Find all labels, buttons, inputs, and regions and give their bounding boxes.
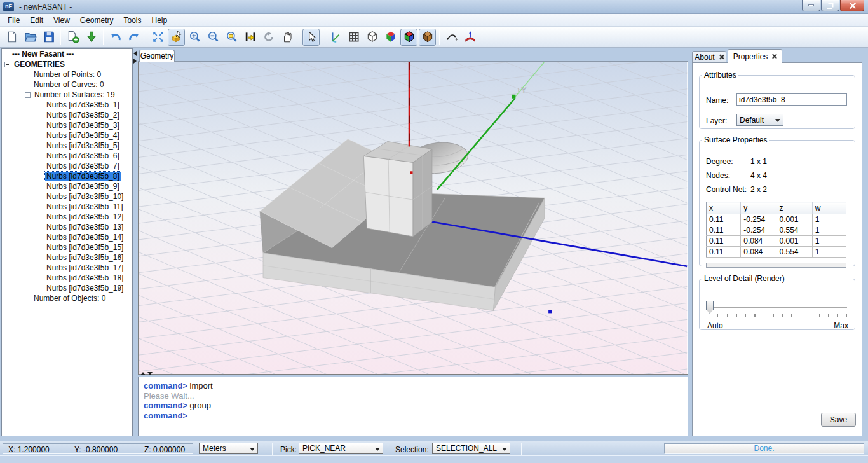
tree-item-surfaces[interactable]: Number of Surfaces: 19 [2,90,132,100]
select-pointer-icon[interactable] [302,29,320,46]
swap-views-icon[interactable] [241,29,259,46]
tree-item-points[interactable]: Number of Points: 0 [2,69,132,79]
tree-item-nurbs[interactable]: Nurbs [id7d3e3f5b_5] [2,141,132,151]
show-axes-icon[interactable] [327,29,344,46]
column-header-w[interactable]: w [812,202,846,214]
table-cell[interactable]: 1 [812,225,846,236]
command-console[interactable]: command> importPlease Wait...command> gr… [138,377,688,436]
new-geometry-icon[interactable] [64,29,81,46]
console-collapse-icon[interactable] [147,372,153,375]
close-button[interactable] [840,0,864,11]
tree-item-nurbs[interactable]: Nurbs [id7d3e3f5b_6] [2,151,132,161]
tree-item-objects[interactable]: Number of Objects: 0 [2,293,132,303]
viewport-3d[interactable]: +Y [138,62,688,375]
table-cell[interactable]: 1 [812,247,846,258]
save-file-icon[interactable] [40,29,57,46]
tree-item-nurbs[interactable]: Nurbs [id7d3e3f5b_7] [2,161,132,171]
console-expand-icon[interactable] [140,372,146,375]
tree-item-nurbs[interactable]: Nurbs [id7d3e3f5b_4] [2,130,132,141]
tree-item-nurbs[interactable]: Nurbs [id7d3e3f5b_16] [2,252,132,263]
collapse-icon[interactable] [25,92,31,98]
table-cell[interactable]: 0.001 [776,236,812,247]
table-row[interactable]: 0.110.0840.0011 [707,236,846,247]
lod-slider-handle[interactable] [706,301,714,314]
menu-view[interactable]: View [48,15,75,26]
table-cell[interactable]: -0.254 [741,225,776,236]
show-curvature-icon[interactable] [443,29,460,46]
show-normals-icon[interactable] [461,29,478,46]
tree-item-nurbs[interactable]: Nurbs [id7d3e3f5b_8] [2,171,132,181]
table-row[interactable]: 0.11-0.2540.0011 [707,214,846,225]
column-header-z[interactable]: z [776,202,812,214]
lod-slider-track[interactable] [709,307,847,308]
column-header-y[interactable]: y [741,202,776,214]
tree-item-nurbs[interactable]: Nurbs [id7d3e3f5b_3] [2,120,132,130]
menu-tools[interactable]: Tools [119,15,147,26]
new-file-icon[interactable] [3,29,20,46]
selection-dropdown[interactable]: SELECTION_ALL [432,443,510,454]
table-cell[interactable]: 0.11 [707,225,741,236]
menu-edit[interactable]: Edit [25,15,48,26]
table-cell[interactable]: 0.11 [707,236,741,247]
menu-help[interactable]: Help [147,15,173,26]
tree-item-nurbs[interactable]: Nurbs [id7d3e3f5b_14] [2,232,132,242]
layer-dropdown[interactable]: Default [736,114,783,126]
tree-item-nurbs[interactable]: Nurbs [id7d3e3f5b_13] [2,222,132,232]
splitter-expand-icon[interactable] [133,59,137,64]
tab-geometry[interactable]: Geometry [139,50,175,62]
select-object-icon[interactable] [168,29,185,46]
table-row[interactable]: 0.110.0840.5541 [707,247,846,258]
close-tab-icon[interactable] [772,54,776,59]
open-file-icon[interactable] [22,29,39,46]
import-geometry-icon[interactable] [83,29,100,46]
tree-item-nurbs[interactable]: Nurbs [id7d3e3f5b_2] [2,110,132,120]
tree-item-nurbs[interactable]: Nurbs [id7d3e3f5b_12] [2,212,132,222]
minimize-button[interactable] [802,0,820,11]
pick-dropdown[interactable]: PICK_NEAR [299,443,383,454]
tree-item-nurbs[interactable]: Nurbs [id7d3e3f5b_19] [2,283,132,293]
close-tab-icon[interactable] [719,55,724,59]
tree-item-nurbs[interactable]: Nurbs [id7d3e3f5b_11] [2,202,132,212]
tree-item-nurbs[interactable]: Nurbs [id7d3e3f5b_17] [2,263,132,273]
tree-root[interactable]: --- New Fasant --- [2,49,132,59]
menu-geometry[interactable]: Geometry [75,15,119,26]
table-cell[interactable]: 0.554 [776,247,812,258]
table-row[interactable]: 0.11-0.2540.5541 [707,225,846,236]
view-solid-icon[interactable] [382,29,399,46]
table-cell[interactable]: 0.11 [707,214,741,225]
table-cell[interactable]: 0.001 [776,214,812,225]
table-cell[interactable]: 1 [812,214,846,225]
tree-item-nurbs[interactable]: Nurbs [id7d3e3f5b_1] [2,100,132,110]
table-cell[interactable]: 0.084 [741,247,776,258]
restore-button[interactable] [821,0,839,11]
tree-item-nurbs[interactable]: Nurbs [id7d3e3f5b_15] [2,242,132,252]
zoom-out-icon[interactable] [205,29,222,46]
table-cell[interactable]: -0.254 [741,214,776,225]
menu-file[interactable]: File [3,15,25,26]
save-button[interactable]: Save [821,413,856,427]
column-header-x[interactable]: x [707,202,741,214]
redo-icon[interactable] [125,29,142,46]
zoom-in-icon[interactable] [186,29,203,46]
rotate-view-icon[interactable] [260,29,277,46]
name-input[interactable] [736,93,847,106]
tab-properties[interactable]: Properties [728,49,782,63]
tree-item-nurbs[interactable]: Nurbs [id7d3e3f5b_9] [2,181,132,191]
tab-about[interactable]: About [692,51,726,63]
splitter-collapse-icon[interactable] [133,51,137,56]
zoom-window-icon[interactable] [223,29,240,46]
show-grid-icon[interactable] [345,29,362,46]
collapse-icon[interactable] [4,62,10,67]
table-cell[interactable]: 0.11 [707,247,741,258]
tree-item-curves[interactable]: Number of Curves: 0 [2,79,132,90]
pan-icon[interactable] [278,29,295,46]
units-dropdown[interactable]: Meters [199,443,258,454]
view-wireframe-icon[interactable] [363,29,381,46]
table-cell[interactable]: 0.084 [741,236,776,247]
tree-item-geometries[interactable]: GEOMETRIES [2,59,132,69]
table-cell[interactable]: 1 [812,236,846,247]
view-textured-icon[interactable] [419,29,436,46]
undo-icon[interactable] [107,29,124,46]
fit-view-icon[interactable] [149,29,166,46]
view-solid-edges-icon[interactable] [400,29,417,46]
